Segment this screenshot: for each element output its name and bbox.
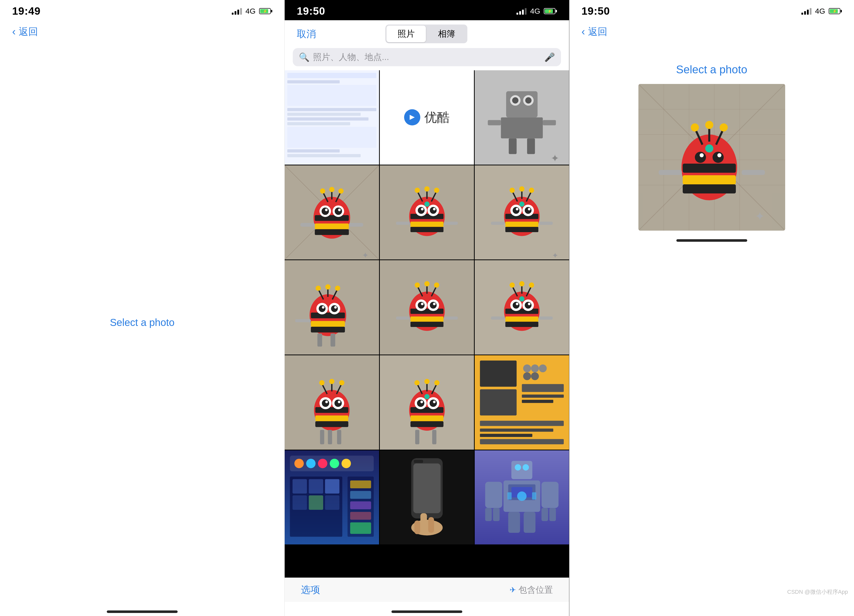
- youku-icon: [404, 109, 420, 125]
- svg-point-156: [338, 400, 340, 403]
- signal-bar-r3: [807, 10, 809, 15]
- svg-rect-8: [287, 127, 376, 148]
- svg-rect-4: [287, 108, 376, 111]
- svg-rect-148: [315, 407, 348, 413]
- photo-cell-bee-4[interactable]: [285, 260, 379, 354]
- svg-point-162: [329, 379, 334, 384]
- selected-photo-frame: ✦: [638, 84, 785, 231]
- svg-rect-217: [350, 491, 371, 499]
- svg-rect-224: [414, 460, 423, 463]
- signal-bar-4: [240, 8, 242, 15]
- svg-rect-64: [396, 222, 410, 225]
- svg-rect-165: [337, 430, 342, 444]
- right-select-photo-label[interactable]: Select a photo: [676, 63, 747, 76]
- svg-rect-216: [350, 481, 371, 488]
- photo-grid-container: 优酷: [285, 70, 569, 578]
- photo-cell-screenshot[interactable]: [285, 70, 379, 164]
- location-button[interactable]: ✈ 包含位置: [509, 584, 553, 596]
- photo-cell-pcb[interactable]: [475, 355, 569, 450]
- svg-point-123: [424, 281, 430, 286]
- svg-rect-85: [539, 222, 553, 225]
- left-select-photo[interactable]: Select a photo: [110, 317, 175, 328]
- left-network: 4G: [246, 7, 256, 15]
- right-panel: 19:50 4G ⚡ ‹ 返回 Select a p: [569, 0, 854, 616]
- svg-rect-109: [410, 309, 443, 314]
- svg-rect-144: [491, 316, 505, 319]
- battery-body: ⚡: [259, 8, 271, 14]
- photo-cell-bee-5[interactable]: [380, 260, 474, 354]
- svg-rect-237: [541, 482, 558, 508]
- svg-rect-105: [317, 333, 322, 347]
- left-nav-bar: ‹ 返回: [0, 20, 284, 43]
- search-bar[interactable]: 🔍 照片、人物、地点... 🎤: [293, 48, 561, 66]
- svg-rect-1: [287, 73, 376, 78]
- svg-text:✦: ✦: [362, 251, 369, 259]
- svg-point-38: [320, 189, 325, 194]
- svg-rect-110: [410, 316, 443, 322]
- battery-tip-m: [556, 10, 557, 12]
- photo-cell-game[interactable]: [285, 450, 379, 545]
- right-time: 19:50: [581, 5, 610, 17]
- svg-point-74: [525, 207, 532, 214]
- photo-cell-bee-6[interactable]: [475, 260, 569, 354]
- left-signal: [232, 8, 242, 15]
- svg-point-33: [322, 207, 329, 215]
- photo-cell-robot[interactable]: ✦: [475, 70, 569, 164]
- options-button[interactable]: 选项: [301, 583, 320, 596]
- svg-point-244: [517, 491, 526, 501]
- photo-cell-youku[interactable]: 优酷: [380, 70, 474, 164]
- mic-icon[interactable]: 🎤: [544, 52, 555, 62]
- svg-rect-188: [480, 389, 517, 416]
- photo-cell-mech[interactable]: [475, 450, 569, 545]
- photo-cell-bee-3[interactable]: ✦: [475, 165, 569, 260]
- svg-rect-44: [349, 223, 363, 226]
- svg-point-189: [523, 364, 531, 372]
- photo-cell-bee-8[interactable]: [380, 355, 474, 450]
- right-back-button[interactable]: ‹ 返回: [581, 25, 607, 38]
- svg-rect-50: [410, 227, 443, 232]
- middle-status-icons: 4G ⚡: [517, 7, 557, 15]
- photo-cell-phone[interactable]: [380, 450, 474, 545]
- left-status-icons: 4G ⚡: [232, 7, 272, 15]
- svg-point-76: [528, 208, 531, 210]
- svg-rect-212: [293, 495, 307, 510]
- svg-text:✦: ✦: [755, 210, 765, 223]
- svg-marker-11: [410, 115, 415, 120]
- svg-rect-199: [480, 434, 532, 437]
- svg-point-121: [434, 283, 439, 288]
- svg-rect-213: [309, 495, 323, 510]
- svg-rect-150: [315, 421, 348, 427]
- tab-albums[interactable]: 相簿: [427, 26, 466, 42]
- svg-point-60: [434, 188, 439, 193]
- right-home-indicator: [569, 231, 854, 245]
- right-home-bar: [676, 239, 747, 242]
- cancel-button[interactable]: 取消: [297, 27, 316, 41]
- svg-rect-7: [287, 122, 350, 125]
- svg-point-206: [330, 459, 339, 468]
- svg-point-190: [531, 364, 539, 372]
- svg-rect-19: [488, 120, 501, 125]
- photo-cell-bee-2[interactable]: [380, 165, 474, 260]
- svg-point-232: [523, 464, 529, 471]
- search-input[interactable]: 照片、人物、地点...: [313, 51, 541, 63]
- svg-rect-226: [420, 513, 427, 531]
- svg-point-205: [318, 459, 327, 468]
- svg-point-203: [294, 459, 303, 468]
- svg-rect-275: [659, 170, 682, 175]
- photo-cell-bee-7[interactable]: [285, 355, 379, 450]
- right-network: 4G: [815, 7, 825, 15]
- svg-rect-211: [325, 479, 339, 494]
- photo-cell-bee-1[interactable]: ✦: [285, 165, 379, 260]
- svg-rect-9: [287, 149, 340, 152]
- watermark: CSDN @微信小程序App: [787, 588, 848, 596]
- svg-rect-84: [491, 222, 505, 225]
- right-battery: ⚡: [829, 8, 842, 14]
- svg-point-174: [429, 400, 437, 407]
- location-label: 包含位置: [518, 584, 553, 596]
- svg-point-191: [539, 364, 547, 372]
- svg-rect-227: [428, 517, 434, 533]
- svg-point-73: [512, 207, 520, 214]
- tab-photos[interactable]: 照片: [386, 26, 426, 42]
- left-back-button[interactable]: ‹ 返回: [12, 25, 38, 38]
- svg-rect-18: [501, 117, 543, 138]
